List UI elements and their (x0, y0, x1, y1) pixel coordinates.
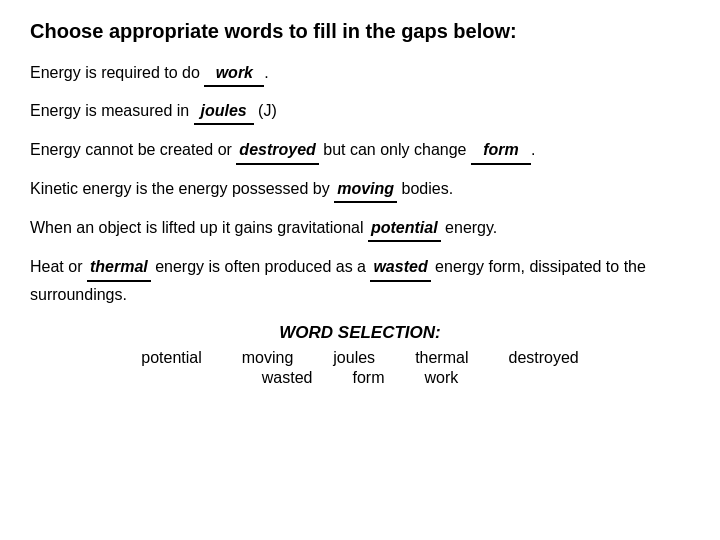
word-grid: potential moving joules thermal destroye… (30, 349, 690, 389)
word-row-2: wasted form work (262, 369, 458, 387)
word-wasted: wasted (262, 369, 313, 387)
sentence-4: Kinetic energy is the energy possessed b… (30, 177, 690, 203)
sentence-6: Heat or thermal energy is often produced… (30, 254, 690, 307)
word-destroyed: destroyed (508, 349, 578, 367)
page-title: Choose appropriate words to fill in the … (30, 20, 690, 43)
sentence-3: Energy cannot be created or destroyed bu… (30, 137, 690, 165)
s2-text1: Energy is measured in (30, 102, 194, 119)
s5-answer: potential (368, 215, 441, 243)
s1-text1: Energy is required to do (30, 64, 204, 81)
s3-text2: but can only change (319, 141, 471, 158)
word-form: form (352, 369, 384, 387)
s1-answer: work (204, 61, 264, 87)
word-selection-title: WORD SELECTION: (30, 323, 690, 343)
word-row-1: potential moving joules thermal destroye… (141, 349, 579, 367)
s1-text2: . (264, 64, 268, 81)
s6-text2: energy is often produced as a (151, 258, 371, 275)
s2-answer: joules (194, 99, 254, 125)
s5-text1: When an object is lifted up it gains gra… (30, 219, 368, 236)
s6-answer2: wasted (370, 254, 430, 282)
word-moving: moving (242, 349, 294, 367)
word-joules: joules (333, 349, 375, 367)
s4-text2: bodies. (397, 180, 453, 197)
word-thermal: thermal (415, 349, 468, 367)
s5-text2: energy. (441, 219, 498, 236)
sentence-1: Energy is required to do work. (30, 61, 690, 87)
word-work: work (424, 369, 458, 387)
s6-text1: Heat or (30, 258, 87, 275)
word-potential: potential (141, 349, 202, 367)
s4-text1: Kinetic energy is the energy possessed b… (30, 180, 334, 197)
s3-text1: Energy cannot be created or (30, 141, 236, 158)
s2-text2: (J) (254, 102, 277, 119)
s3-answer1: destroyed (236, 137, 318, 165)
s4-answer: moving (334, 177, 397, 203)
s6-answer1: thermal (87, 254, 151, 282)
sentence-2: Energy is measured in joules (J) (30, 99, 690, 125)
word-selection-section: WORD SELECTION: potential moving joules … (30, 323, 690, 389)
sentence-5: When an object is lifted up it gains gra… (30, 215, 690, 243)
s3-text3: . (531, 141, 535, 158)
s3-answer2: form (471, 137, 531, 165)
